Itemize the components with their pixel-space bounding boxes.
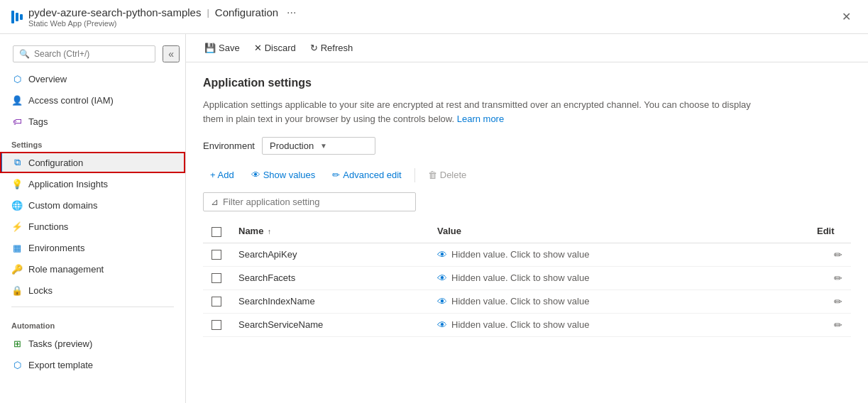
title-bar-text: pydev-azure-search-python-samples | Conf… [28, 6, 296, 28]
table-row: SearchApiKey 👁 Hidden value. Click to sh… [203, 243, 851, 266]
overview-icon: ⬡ [11, 73, 23, 84]
title-bar: pydev-azure-search-python-samples | Conf… [0, 0, 868, 34]
row-name: SearchIndexName [230, 289, 429, 313]
save-button[interactable]: 💾 Save [197, 38, 247, 57]
sidebar-item-label-configuration: Configuration [28, 158, 83, 168]
environments-icon: ▦ [11, 242, 23, 253]
sidebar-item-functions[interactable]: ⚡ Functions [0, 216, 185, 237]
toolbar: 💾 Save ✕ Discard ↻ Refresh [186, 34, 868, 62]
settings-section-header: Settings [0, 132, 185, 152]
search-input[interactable] [34, 49, 149, 59]
sidebar-item-overview[interactable]: ⬡ Overview [0, 68, 185, 89]
title-bar-left: pydev-azure-search-python-samples | Conf… [11, 6, 296, 28]
app-settings-title: Application settings [203, 77, 851, 89]
sidebar-item-label-overview: Overview [28, 74, 67, 84]
locks-icon: 🔒 [11, 285, 23, 296]
row-edit-cell: ✏ [808, 243, 851, 266]
sidebar-item-label-iam: Access control (IAM) [28, 95, 114, 106]
refresh-label: Refresh [321, 43, 353, 53]
tags-icon: 🏷 [11, 116, 23, 127]
advanced-edit-button[interactable]: ✏ Advanced edit [325, 166, 408, 184]
edit-row-icon[interactable]: ✏ [834, 319, 842, 331]
environment-label: Environment [203, 140, 255, 151]
hidden-value-eye-icon[interactable]: 👁 [437, 272, 447, 284]
sidebar-item-label-roles: Role management [28, 264, 104, 275]
table-row: SearchIndexName 👁 Hidden value. Click to… [203, 289, 851, 313]
edit-row-icon[interactable]: ✏ [834, 249, 842, 260]
row-checkbox[interactable] [211, 297, 221, 307]
table-row: SearchServiceName 👁 Hidden value. Click … [203, 313, 851, 336]
row-checkbox-cell [203, 243, 230, 266]
action-bar: + Add 👁 Show values ✏ Advanced edit 🗑 De… [203, 166, 851, 184]
sidebar-item-label-environments: Environments [28, 243, 84, 253]
row-value: 👁 Hidden value. Click to show value [429, 243, 808, 266]
hidden-value-text: Hidden value. Click to show value [451, 249, 589, 260]
add-button[interactable]: + Add [203, 166, 241, 184]
sidebar-item-environments[interactable]: ▦ Environments [0, 237, 185, 258]
sidebar-item-application-insights[interactable]: 💡 Application Insights [0, 173, 185, 194]
sidebar-item-export-template[interactable]: ⬡ Export template [0, 354, 185, 375]
sidebar-item-label-export: Export template [28, 360, 93, 370]
collapse-button[interactable]: « [163, 45, 180, 62]
environment-value: Production [270, 140, 317, 151]
filter-input[interactable] [223, 197, 408, 207]
tasks-icon: ⊞ [11, 338, 23, 349]
main-container: 🔍 « ⬡ Overview 👤 Access control (IAM) 🏷 … [0, 34, 868, 403]
roles-icon: 🔑 [11, 263, 23, 275]
sidebar-item-locks[interactable]: 🔒 Locks [0, 280, 185, 301]
settings-table: Name ↑ Value Edit SearchApiKey 👁 Hidden … [203, 220, 851, 337]
row-checkbox[interactable] [211, 250, 221, 260]
sidebar-divider [11, 307, 174, 307]
edit-row-icon[interactable]: ✏ [834, 272, 842, 284]
eye-icon: 👁 [251, 170, 260, 180]
more-options-button[interactable]: ··· [287, 6, 296, 19]
subtitle: Static Web App (Preview) [28, 19, 296, 28]
sidebar-item-tags[interactable]: 🏷 Tags [0, 111, 185, 132]
hidden-value-eye-icon[interactable]: 👁 [437, 296, 447, 307]
dropdown-arrow-icon: ▼ [320, 142, 368, 150]
hidden-value-eye-icon[interactable]: 👁 [437, 249, 447, 260]
section-title-header: Configuration [215, 6, 278, 18]
save-label: Save [219, 43, 240, 53]
row-checkbox[interactable] [211, 320, 221, 330]
table-header-checkbox [203, 220, 230, 243]
title-separator: | [207, 7, 209, 18]
table-header-edit: Edit [808, 220, 851, 243]
config-icon: ⧉ [11, 157, 23, 168]
refresh-button[interactable]: ↻ Refresh [303, 38, 361, 57]
table-row: SearchFacets 👁 Hidden value. Click to sh… [203, 266, 851, 289]
table-header-name: Name ↑ [230, 220, 429, 243]
sidebar-item-role-management[interactable]: 🔑 Role management [0, 258, 185, 280]
environment-dropdown[interactable]: Production ▼ [262, 137, 375, 155]
filter-icon: ⊿ [211, 197, 219, 207]
automation-section-header: Automation [0, 313, 185, 333]
delete-button[interactable]: 🗑 Delete [421, 166, 474, 184]
row-name: SearchFacets [230, 266, 429, 289]
action-separator [414, 168, 415, 182]
hidden-value-text: Hidden value. Click to show value [451, 272, 589, 283]
discard-button[interactable]: ✕ Discard [247, 38, 303, 57]
discard-icon: ✕ [254, 43, 262, 53]
learn-more-link[interactable]: Learn more [457, 114, 504, 124]
hidden-value-text: Hidden value. Click to show value [451, 296, 589, 307]
environment-row: Environment Production ▼ [203, 137, 851, 155]
hidden-value-eye-icon[interactable]: 👁 [437, 319, 447, 331]
row-checkbox[interactable] [211, 273, 221, 283]
hidden-value-text: Hidden value. Click to show value [451, 319, 589, 330]
row-checkbox-cell [203, 289, 230, 313]
show-values-button[interactable]: 👁 Show values [244, 166, 323, 184]
edit-row-icon[interactable]: ✏ [834, 296, 842, 307]
close-button[interactable]: ✕ [836, 7, 857, 26]
iam-icon: 👤 [11, 94, 23, 106]
sidebar-item-access-control[interactable]: 👤 Access control (IAM) [0, 89, 185, 111]
search-box[interactable]: 🔍 [13, 45, 155, 62]
select-all-checkbox[interactable] [211, 227, 221, 237]
search-icon: 🔍 [19, 49, 30, 59]
row-value: 👁 Hidden value. Click to show value [429, 266, 808, 289]
sidebar-item-tasks[interactable]: ⊞ Tasks (preview) [0, 333, 185, 354]
row-edit-cell: ✏ [808, 266, 851, 289]
filter-input-container[interactable]: ⊿ [203, 192, 416, 211]
sidebar-item-configuration[interactable]: ⧉ Configuration [0, 152, 185, 173]
sidebar-item-custom-domains[interactable]: 🌐 Custom domains [0, 194, 185, 216]
app-settings-description: Application settings applicable to your … [203, 98, 771, 126]
